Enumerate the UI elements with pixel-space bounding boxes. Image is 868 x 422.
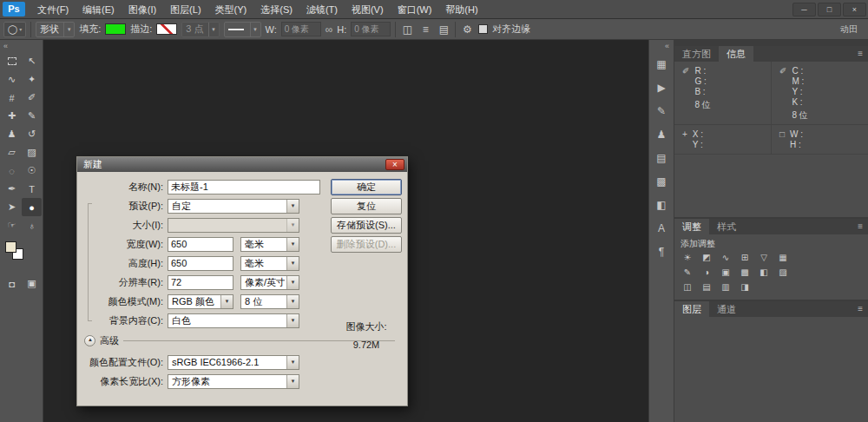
width-unit-select[interactable]: 毫米 (240, 237, 299, 252)
color-mode-select[interactable]: RGB 颜色 (168, 294, 233, 309)
tool-type[interactable]: T (22, 180, 42, 198)
adjustment-icon-curves[interactable]: ∿ (719, 252, 733, 264)
tool-pen[interactable]: ✒ (2, 180, 22, 198)
resolution-unit-select[interactable]: 像素/英寸 (240, 275, 299, 290)
reset-button[interactable]: 复位 (331, 198, 402, 214)
height-input[interactable] (168, 256, 233, 271)
tool-zoom[interactable]: ♁ (22, 216, 42, 234)
tool-dodge[interactable]: ☉ (22, 162, 42, 180)
minimize-button[interactable]: ─ (792, 3, 816, 16)
menu-item-filter[interactable]: 滤镜(T) (299, 0, 345, 19)
adjustment-icon-exposure[interactable]: ⊞ (738, 252, 752, 264)
history-panel-icon[interactable]: ▦ (649, 52, 674, 76)
ok-button[interactable]: 确定 (331, 179, 402, 195)
dialog-close-button[interactable]: × (385, 159, 404, 170)
brush-panel-icon[interactable]: ✎ (649, 99, 674, 122)
character-panel-icon[interactable]: A (649, 216, 674, 240)
tab-histogram[interactable]: 直方图 (674, 46, 719, 62)
fill-color-swatch[interactable] (105, 23, 126, 35)
adjustment-icon-invert[interactable]: ▨ (776, 267, 790, 279)
styles-panel-icon[interactable]: ◧ (649, 193, 674, 216)
color-panel-icon[interactable]: ▤ (649, 146, 674, 169)
path-arrange-icon[interactable]: ▤ (437, 23, 450, 36)
restore-button[interactable]: □ (818, 3, 841, 16)
adjustment-icon-levels[interactable]: ◩ (700, 252, 713, 264)
menu-item-layer[interactable]: 图层(L) (163, 0, 207, 19)
adjustment-icon-color-balance[interactable]: ✎ (681, 267, 694, 279)
shape-width-input[interactable]: 0 像素 (281, 22, 321, 36)
gear-icon[interactable]: ⚙ (460, 23, 474, 36)
tool-rectangular-marquee[interactable] (2, 52, 22, 70)
adjustment-icon-posterize[interactable]: ◫ (681, 281, 694, 293)
tool-ellipse[interactable]: ● (22, 198, 42, 216)
tool-history-brush[interactable]: ↺ (22, 125, 42, 143)
quick-mask-icon[interactable]: ◘ (2, 274, 22, 293)
path-alignment-icon[interactable]: ≡ (418, 23, 432, 36)
paragraph-panel-icon[interactable]: ¶ (649, 240, 674, 263)
name-input[interactable] (168, 180, 320, 195)
pixel-aspect-ratio-select[interactable]: 方形像素 (168, 374, 299, 389)
foreground-color-swatch[interactable] (5, 241, 16, 253)
menu-item-help[interactable]: 帮助(H) (438, 0, 484, 19)
tab-info[interactable]: 信息 (719, 46, 753, 62)
actions-panel-icon[interactable]: ▶ (649, 76, 674, 99)
tool-quick-selection[interactable]: ✦ (22, 70, 42, 89)
tool-eyedropper[interactable]: ✐ (22, 89, 42, 107)
close-button[interactable]: × (843, 3, 866, 16)
shape-height-input[interactable]: 0 像素 (351, 22, 391, 36)
panel-menu-icon[interactable] (858, 219, 868, 234)
tab-styles[interactable]: 样式 (709, 219, 744, 234)
tool-gradient[interactable]: ▨ (22, 143, 42, 162)
background-contents-select[interactable]: 白色 (168, 313, 299, 328)
menu-item-view[interactable]: 视图(V) (345, 0, 391, 19)
menu-item-type[interactable]: 类型(Y) (208, 0, 254, 19)
tool-healing-brush[interactable]: ✚ (2, 107, 22, 125)
stroke-color-swatch[interactable] (156, 23, 177, 35)
adjustment-icon-gradient-map[interactable]: ◨ (738, 281, 752, 293)
tool-blur[interactable]: ◌ (2, 162, 22, 180)
tool-brush[interactable]: ✎ (22, 107, 42, 125)
adjustment-icon-color-lookup[interactable]: ◧ (757, 267, 771, 279)
tool-mode-dropdown[interactable]: 形状 (36, 22, 75, 37)
tool-path-selection[interactable]: ➤ (2, 198, 22, 216)
adjustment-icon-hue-saturation[interactable]: ▦ (776, 252, 790, 264)
panel-menu-icon[interactable] (858, 301, 868, 317)
tool-crop[interactable]: # (2, 89, 22, 107)
tab-layers[interactable]: 图层 (674, 301, 709, 317)
menu-item-file[interactable]: 文件(F) (30, 0, 76, 19)
menu-item-image[interactable]: 图像(I) (122, 0, 163, 19)
save-preset-button[interactable]: 存储预设(S)... (331, 217, 402, 234)
tab-channels[interactable]: 通道 (709, 301, 744, 317)
path-operations-icon[interactable]: ◫ (400, 23, 414, 36)
adjustment-icon-black-white[interactable]: ◑ (700, 267, 713, 279)
resolution-input[interactable] (168, 275, 233, 290)
clone-source-panel-icon[interactable]: ♟ (649, 122, 674, 146)
tool-preset-picker[interactable]: ◯ ▾ (3, 22, 26, 37)
adjustment-icon-channel-mixer[interactable]: ▩ (738, 267, 752, 279)
align-edges-checkbox[interactable] (478, 24, 488, 34)
collapse-panel-icon[interactable]: « (0, 40, 43, 52)
tool-move[interactable]: ↖ (22, 52, 42, 70)
adjustment-icon-selective-color[interactable]: ▥ (719, 281, 733, 293)
dialog-titlebar[interactable]: 新建 × (77, 157, 407, 172)
tool-hand[interactable]: ☞ (2, 216, 22, 234)
adjustment-icon-vibrance[interactable]: ▽ (757, 252, 771, 264)
adjustment-icon-brightness-contrast[interactable]: ☀ (681, 252, 694, 264)
screen-mode-icon[interactable]: ▣ (22, 274, 42, 293)
width-input[interactable] (168, 237, 233, 252)
height-unit-select[interactable]: 毫米 (240, 256, 299, 271)
advanced-toggle-button[interactable] (84, 335, 95, 346)
preset-select[interactable]: 自定 (168, 199, 299, 214)
tool-lasso[interactable]: ∿ (2, 70, 22, 89)
tool-clone-stamp[interactable]: ♟ (2, 125, 22, 143)
menu-item-window[interactable]: 窗口(W) (391, 0, 439, 19)
panel-menu-icon[interactable] (858, 46, 868, 62)
link-dimensions-icon[interactable]: ∞ (326, 23, 333, 36)
adjustment-icon-threshold[interactable]: ▤ (700, 281, 713, 293)
stroke-style-dropdown[interactable] (224, 22, 261, 37)
tab-adjustments[interactable]: 调整 (674, 219, 709, 234)
menu-item-edit[interactable]: 编辑(E) (76, 0, 122, 19)
collapse-dock-icon[interactable]: « (649, 40, 674, 52)
adjustment-icon-photo-filter[interactable]: ▣ (719, 267, 733, 279)
swatches-panel-icon[interactable]: ▩ (649, 169, 674, 193)
